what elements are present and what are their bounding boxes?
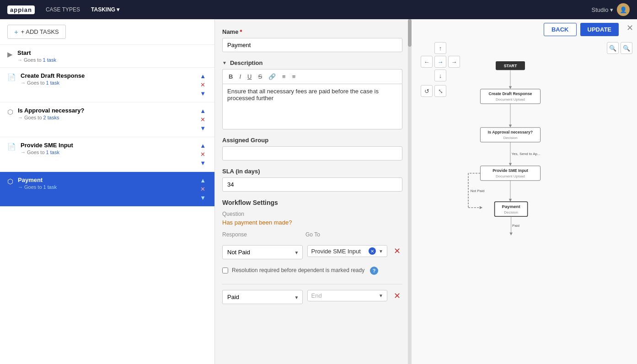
task-item-create-draft[interactable]: 📄 Create Draft Response → Goes to 1 task… xyxy=(0,68,214,102)
response-col-1: Not Paid Paid ▼ xyxy=(222,245,303,259)
reset-button[interactable]: ↺ xyxy=(421,85,433,97)
goto-clear-icon-1[interactable]: ✕ xyxy=(369,247,376,255)
help-icon-1[interactable]: ? xyxy=(370,267,378,275)
nav-down-button[interactable]: ↓ xyxy=(434,70,446,81)
close-icon-button[interactable]: ✕ xyxy=(626,23,633,33)
sla-label: SLA (in days) xyxy=(222,168,402,175)
move-down-button[interactable]: ▼ xyxy=(198,194,207,202)
arrow-sme-payment xyxy=(509,199,512,202)
divider xyxy=(222,284,402,284)
goto-col-1: Provide SME Input ✕ ▼ xyxy=(307,245,388,257)
delete-button[interactable]: ✕ xyxy=(199,81,207,89)
ordered-list-button[interactable]: ≡ xyxy=(280,72,288,81)
zoom-in-button[interactable]: 🔍 xyxy=(621,42,632,54)
sla-input[interactable] xyxy=(222,177,402,192)
nav-up-button[interactable]: ↑ xyxy=(434,42,446,54)
move-up-button[interactable]: ▲ xyxy=(198,72,207,80)
move-up-button[interactable]: ▲ xyxy=(198,107,207,115)
rte-toolbar: B I U S 🔗 ≡ ≡ xyxy=(222,69,402,84)
yes-send-label: Yes, Send to Ap... xyxy=(511,152,540,156)
name-input[interactable] xyxy=(222,38,402,52)
main-container: + + ADD TASKS ▶ Start → Goes to 1 task xyxy=(0,19,637,364)
diagram-controls: ↑ ← → → ↓ ↺ ⤡ xyxy=(421,42,460,97)
goto-dropdown-btn-2[interactable]: ▼ xyxy=(379,293,383,298)
task-goes: → Goes to 1 task xyxy=(18,184,57,190)
response-row-2: Not Paid Paid ▼ End ▼ xyxy=(222,290,402,304)
assigned-group-label: Assigned Group xyxy=(222,137,402,144)
create-draft-subtitle: Document Upload xyxy=(496,97,525,102)
description-text: Ensure that all necessary fees are paid … xyxy=(227,88,379,102)
nav-right: Studio ▾ 👤 xyxy=(592,3,630,16)
delete-button[interactable]: ✕ xyxy=(199,116,207,123)
underline-button[interactable]: U xyxy=(245,72,254,81)
play-icon: ▶ xyxy=(7,50,13,59)
nav-tasking[interactable]: TASKING ▾ xyxy=(91,6,119,13)
left-panel: + + ADD TASKS ▶ Start → Goes to 1 task xyxy=(0,19,215,364)
nav-left-button[interactable]: ← xyxy=(421,56,433,68)
nav-right-button[interactable]: → xyxy=(448,56,460,68)
move-down-button[interactable]: ▼ xyxy=(198,159,207,167)
response-select-2[interactable]: Not Paid Paid xyxy=(222,290,303,304)
start-label: START xyxy=(504,64,517,68)
description-textarea[interactable]: Ensure that all necessary fees are paid … xyxy=(222,84,402,129)
italic-button[interactable]: I xyxy=(237,72,243,81)
sla-section: SLA (in days) xyxy=(222,168,402,192)
arrow-dashed xyxy=(480,206,482,209)
arrow-payment-down xyxy=(509,232,512,235)
task-item-provide-sme[interactable]: 📄 Provide SME Input → Goes to 1 task ▲ ✕… xyxy=(0,137,214,172)
nav-row-reset: ↺ ⤡ xyxy=(421,85,460,97)
goto-input-wrapper-1: Provide SME Input ✕ ▼ xyxy=(307,245,388,257)
add-tasks-button[interactable]: + + ADD TASKS xyxy=(7,25,66,39)
task-name: Is Approval necessary? xyxy=(18,107,84,114)
delete-button[interactable]: ✕ xyxy=(199,150,207,158)
decision-icon: ⬡ xyxy=(7,177,13,186)
task-controls: ▲ ✕ ▼ xyxy=(198,107,207,132)
delete-button[interactable]: ✕ xyxy=(199,185,207,193)
goto-dropdown-btn-1[interactable]: ▼ xyxy=(379,249,383,254)
response-col-header: Response xyxy=(222,231,301,238)
assigned-group-input[interactable] xyxy=(222,146,402,161)
nav-row-up: ↑ xyxy=(421,42,460,54)
plus-icon: + xyxy=(14,28,18,36)
appian-logo: appian xyxy=(7,5,35,14)
response-header-row: Response Go To xyxy=(222,231,402,241)
payment-title: Payment xyxy=(502,204,521,209)
task-info: Payment → Goes to 1 task xyxy=(18,177,57,190)
description-label[interactable]: Description xyxy=(222,59,402,66)
is-approval-subtitle: Decision xyxy=(503,136,518,140)
task-item-payment[interactable]: ⬡ Payment → Goes to 1 task ▲ ✕ ▼ xyxy=(0,172,214,207)
task-controls: ▲ ✕ ▼ xyxy=(198,142,207,167)
task-name: Payment xyxy=(18,177,57,183)
move-up-button[interactable]: ▲ xyxy=(198,142,207,150)
decision-icon: ⬡ xyxy=(7,108,13,116)
expand-button[interactable]: ⤡ xyxy=(434,85,446,97)
strikethrough-button[interactable]: S xyxy=(256,72,264,81)
studio-label[interactable]: Studio ▾ xyxy=(592,6,613,13)
question-label: Question xyxy=(222,211,402,217)
task-left: ⬡ Payment → Goes to 1 task xyxy=(7,177,57,190)
move-down-button[interactable]: ▼ xyxy=(198,90,207,97)
user-avatar[interactable]: 👤 xyxy=(617,3,630,16)
nav-row-down: ↓ xyxy=(421,70,460,81)
delete-response-2-button[interactable]: ✕ xyxy=(392,291,402,301)
move-down-button[interactable]: ▼ xyxy=(198,124,207,132)
assigned-group-section: Assigned Group xyxy=(222,137,402,161)
resolution-checkbox-1[interactable] xyxy=(222,268,228,273)
task-goes: → Goes to 1 task xyxy=(21,80,85,86)
task-list: ▶ Start → Goes to 1 task 📄 xyxy=(0,45,214,364)
unordered-list-button[interactable]: ≡ xyxy=(290,72,298,81)
bold-button[interactable]: B xyxy=(226,72,235,81)
link-button[interactable]: 🔗 xyxy=(266,72,278,81)
provide-sme-title: Provide SME Input xyxy=(492,168,528,173)
task-goes: → Goes to 2 tasks xyxy=(18,115,84,120)
task-item-is-approval[interactable]: ⬡ Is Approval necessary? → Goes to 2 tas… xyxy=(0,102,214,137)
delete-response-1-button[interactable]: ✕ xyxy=(392,246,402,256)
nav-center-button[interactable]: → xyxy=(434,56,446,68)
response-select-1[interactable]: Not Paid Paid xyxy=(222,245,303,259)
scroll-thumb xyxy=(408,19,412,47)
zoom-out-button[interactable]: 🔍 xyxy=(607,42,619,54)
nav-case-types[interactable]: CASE TYPES xyxy=(46,6,80,13)
task-item-start[interactable]: ▶ Start → Goes to 1 task xyxy=(0,45,214,68)
move-up-button[interactable]: ▲ xyxy=(198,177,207,184)
response-row-1: Not Paid Paid ▼ Provide SME Input ✕ ▼ xyxy=(222,245,402,278)
